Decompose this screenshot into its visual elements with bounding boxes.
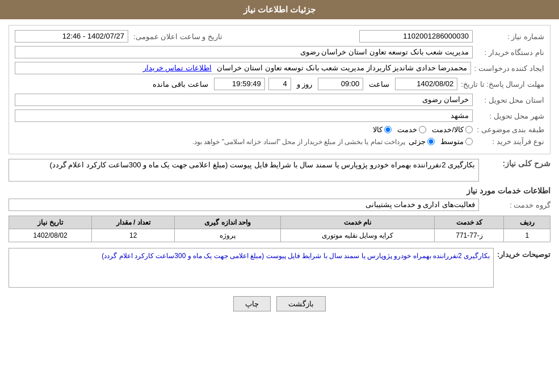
cell-tarikh: 1402/08/02	[9, 229, 92, 242]
radio-mottaset-label: متوسط	[440, 137, 464, 146]
shmare-niaz-value: 1102001286000030	[359, 30, 473, 43]
print-button[interactable]: چاپ	[233, 296, 271, 311]
label-ijad-konande: ایجاد کننده درخواست :	[474, 64, 544, 73]
row-nam-dastgah: نام دستگاه خریدار : مدیریت شعب بانک توسع…	[15, 46, 544, 58]
tabaqe-radio-group: کالا/خدمت خدمت کالا	[373, 125, 473, 134]
label-shmare-niaz: شماره نیاز :	[476, 32, 544, 41]
ostan-value: خراسان رضوی	[15, 94, 473, 106]
col-tedad: تعداد / مقدار	[92, 216, 175, 229]
row-tabaqe: طبقه بندی موضوعی : کالا/خدمت خدمت کالا	[15, 125, 544, 134]
cell-radif: 1	[504, 229, 550, 242]
label-roz: روز و	[297, 80, 313, 88]
label-sharh: شرح کلی نیاز:	[482, 159, 550, 168]
ijad-konande-text: محمدرضا حدادی شاندیز کاربرداز مدیریت شعب…	[217, 64, 466, 72]
remaining-time: 19:59:49	[214, 78, 265, 90]
label-mohlat: مهلت ارسال پاسخ: تا تاریخ:	[461, 80, 544, 88]
col-nam-khadamat: نام خدمت	[281, 216, 435, 229]
radio-khadamat[interactable]	[419, 126, 426, 133]
top-info-section: شماره نیاز : 1102001286000030 تاریخ و سا…	[9, 25, 550, 154]
page-wrapper: جزئیات اطلاعات نیاز شماره نیاز : 1102001…	[0, 0, 559, 392]
radio-mottaset[interactable]	[465, 138, 473, 145]
table-row: 1 ز-77-771 کرایه وسایل نقلیه موتوری پروژ…	[9, 229, 550, 242]
radio-kala-khadamat-item: کالا/خدمت	[432, 125, 473, 134]
nam-dastgah-value: مدیریت شعب بانک توسعه تعاون استان خراسان…	[15, 46, 473, 58]
row-shahr: شهر محل تحویل : مشهد	[15, 109, 544, 122]
row-tosifat: توصیحات خریدار: بکارگیری 2نفرراننده بهمر…	[9, 248, 550, 288]
section-title-khadamat: اطلاعات خدمات مورد نیاز	[9, 186, 550, 195]
radio-khadamat-item: خدمت	[397, 125, 426, 134]
buttons-row: بازگشت چاپ	[9, 296, 550, 311]
row-farayand: نوع فرآیند خرید : متوسط جزئی پرداخت تمام…	[15, 137, 544, 146]
label-ostan: استان محل تحویل :	[476, 96, 544, 104]
cell-nam: کرایه وسایل نقلیه موتوری	[281, 229, 435, 242]
tarikh-saat-value: 1402/07/27 - 12:46	[15, 30, 128, 43]
row-ostan: استان محل تحویل : خراسان رضوی	[15, 94, 544, 106]
farayand-desc: پرداخت تمام یا بخشی از مبلغ خریدار از مح…	[192, 138, 405, 146]
back-button[interactable]: بازگشت	[276, 296, 326, 311]
services-table-section: ردیف کد خدمت نام خدمت واحد اندازه گیری ت…	[9, 216, 550, 242]
ijad-konande-value: محمدرضا حدادی شاندیز کاربرداز مدیریت شعب…	[15, 62, 471, 74]
label-shahr: شهر محل تحویل :	[476, 112, 544, 120]
label-tabaqe: طبقه بندی موضوعی :	[476, 125, 544, 134]
cell-tedad: 12	[92, 229, 175, 242]
roz-value: 4	[268, 78, 291, 90]
sharh-value: بکارگیری 2نفرراننده بهمراه خودرو پژوپارس…	[9, 159, 479, 182]
radio-jozee-label: جزئی	[409, 137, 426, 146]
saat-value: 09:00	[318, 78, 363, 90]
radio-kala-label: کالا	[373, 125, 383, 134]
label-now-farayand: نوع فرآیند خرید :	[476, 137, 544, 146]
services-table: ردیف کد خدمت نام خدمت واحد اندازه گیری ت…	[9, 216, 550, 242]
radio-kala[interactable]	[384, 126, 392, 133]
radio-mottaset-item: متوسط	[440, 137, 473, 146]
page-header: جزئیات اطلاعات نیاز	[0, 0, 559, 19]
row-goroh-khadamat: گروه خدمت : فعالیت‌های اداری و خدمات پشت…	[9, 199, 550, 211]
row-sharh: شرح کلی نیاز: بکارگیری 2نفرراننده بهمراه…	[9, 159, 550, 182]
col-tarikh: تاریخ نیاز	[9, 216, 92, 229]
row-ijad-konande: ایجاد کننده درخواست : محمدرضا حدادی شاند…	[15, 62, 544, 74]
label-goroh-khadamat: گروه خدمت :	[482, 201, 550, 209]
radio-jozee[interactable]	[427, 138, 435, 145]
label-saat: ساعت	[369, 80, 389, 88]
header-title: جزئیات اطلاعات نیاز	[243, 5, 316, 14]
col-vahed: واحد اندازه گیری	[175, 216, 281, 229]
radio-kala-khadamat[interactable]	[465, 126, 473, 133]
radio-khadamat-label: خدمت	[397, 125, 417, 134]
tosifat-value: بکارگیری 2نفرراننده بهمراه خودرو پژوپارس…	[9, 248, 494, 288]
link-ettelaat[interactable]: اطلاعات تماس خریدار	[143, 64, 212, 72]
radio-kala-khadamat-label: کالا/خدمت	[432, 125, 464, 134]
col-kod-khadamat: کد خدمت	[435, 216, 504, 229]
date-value: 1402/08/02	[395, 78, 457, 90]
cell-vahed: پروژه	[175, 229, 281, 242]
label-remaining: ساعت باقی مانده	[153, 80, 208, 88]
shahr-value: مشهد	[15, 109, 473, 122]
row-mohlat: مهلت ارسال پاسخ: تا تاریخ: 1402/08/02 سا…	[15, 78, 544, 90]
label-tosifat: توصیحات خریدار:	[497, 248, 550, 259]
radio-kala-item: کالا	[373, 125, 392, 134]
radio-jozee-item: جزئی	[409, 137, 435, 146]
label-tarikh-saat: تاریخ و ساعت اعلان عمومی:	[132, 32, 222, 41]
farayand-radio-group: متوسط جزئی	[409, 137, 473, 146]
row-shmare-niaz: شماره نیاز : 1102001286000030 تاریخ و سا…	[15, 30, 544, 43]
main-content: شماره نیاز : 1102001286000030 تاریخ و سا…	[0, 19, 559, 317]
label-nam-dastgah: نام دستگاه خریدار :	[476, 48, 544, 57]
col-radif: ردیف	[504, 216, 550, 229]
goroh-khadamat-value: فعالیت‌های اداری و خدمات پشتیبانی	[9, 199, 479, 211]
cell-kod: ز-77-771	[435, 229, 504, 242]
